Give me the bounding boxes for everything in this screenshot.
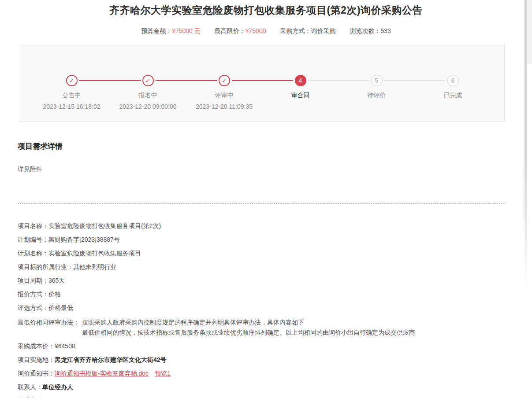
procurement-method-value: 询价采购	[311, 27, 335, 34]
field-value: 黑财购备字[2023]38887号	[48, 236, 120, 243]
field-label: 项目标的所属行业：	[18, 263, 73, 270]
max-price-label: 最高限价：	[215, 27, 246, 34]
step-label: 审合同	[262, 92, 339, 100]
step-circle-4: 4	[295, 75, 306, 86]
step-circle-3: ✓	[219, 75, 230, 86]
step-label: 待评价	[339, 92, 415, 100]
step-label: 公告中	[33, 92, 110, 100]
check-icon: ✓	[145, 77, 150, 84]
field-implementation-site: 项目实施地：黑龙江省齐齐哈尔市建华区文化大街42号	[18, 356, 505, 364]
project-detail-list: 项目名称：实验室危险废物打包收集服务项目(第2次) 计划编号：黑财购备字[202…	[18, 222, 505, 398]
budget-amount: 预算金额：¥75000 元	[141, 27, 201, 35]
view-count: 浏览次数：533	[350, 27, 391, 35]
step-number: 6	[451, 77, 455, 84]
field-label: 计划名称：	[18, 250, 48, 257]
step-completed: 6 已完成	[415, 75, 491, 110]
field-value: ¥64500	[55, 343, 75, 350]
progress-stepper: ✓ 公告中 2023-12-15 16:18:02 ✓ 报名中 2023-12-…	[20, 45, 505, 122]
step-date: 2023-12-15 16:18:02	[33, 103, 110, 110]
step-label: 已完成	[415, 92, 491, 100]
budget-amount-label: 预算金额：	[141, 27, 172, 34]
field-industry: 项目标的所属行业：其他未列明行业	[18, 263, 505, 271]
field-value: 价格最低	[48, 304, 73, 311]
field-value-multiline: 按照采购人政府采购内控制度规定的程序确定并列明具体评审办法，具体内容如下 最低价…	[82, 317, 415, 338]
field-value: 单位经办人	[42, 383, 73, 391]
max-price-value: ¥75000	[246, 27, 266, 34]
step-circle-5: 5	[371, 75, 383, 86]
field-value: 价格	[48, 291, 61, 298]
view-count-value: 533	[380, 27, 391, 34]
field-value-line-2: 最低价相同的情况，按技术指标或售后服务条款或业绩优劣顺序排列确定。以上均相同的由…	[82, 328, 415, 338]
procurement-method: 采购方式：询价采购	[280, 27, 335, 35]
field-inquiry-notice: 询价通知书：询价通知书模版-实验室废弃物.doc预览1	[18, 369, 505, 378]
check-icon: ✓	[222, 77, 227, 84]
step-circle-2: ✓	[142, 75, 154, 86]
field-quote-method: 报价方式：价格	[18, 290, 505, 298]
inquiry-notice-doc-link[interactable]: 询价通知书模版-实验室废弃物.doc	[55, 370, 149, 377]
field-label: 项目实施地：	[18, 356, 55, 363]
field-label: 评选方式：	[18, 304, 48, 311]
step-number: 4	[299, 77, 302, 84]
procurement-method-label: 采购方式：	[280, 27, 311, 34]
field-label: 报价方式：	[18, 291, 48, 298]
view-count-label: 浏览次数：	[350, 27, 380, 34]
section-heading-project-requirements: 项目需求详情	[18, 141, 532, 151]
field-label: 项目名称：	[18, 222, 48, 229]
field-value-line-1: 按照采购人政府采购内控制度规定的程序确定并列明具体评审办法，具体内容如下	[82, 317, 415, 328]
field-selection-method: 评选方式：价格最低	[18, 304, 505, 312]
budget-amount-value: ¥75000 元	[172, 27, 201, 34]
field-label: 计划编号：	[18, 236, 48, 243]
step-circle-6: 6	[447, 75, 459, 86]
see-attachment-note: 详见附件	[18, 166, 532, 173]
field-project-period: 项目周期：365天	[18, 276, 505, 285]
preview-link[interactable]: 预览1	[155, 370, 171, 377]
scrollbar-thumb[interactable]	[525, 0, 527, 288]
field-project-name: 项目名称：实验室危险废物打包收集服务项目(第2次)	[18, 222, 505, 230]
field-plan-name: 计划名称：实验室危险废物打包收集服务项目	[18, 249, 505, 258]
scrollbar-track	[527, 0, 532, 64]
field-label: 项目周期：	[18, 277, 48, 284]
step-label: 评审中	[186, 92, 262, 100]
step-date: 2023-12-20 11:09:35	[186, 103, 262, 110]
field-contact-person: 联系人：单位经办人	[18, 383, 505, 391]
summary-bar: 预算金额：¥75000 元 最高限价：¥75000 采购方式：询价采购 浏览次数…	[0, 27, 532, 35]
step-date: 2023-12-20 09:00:00	[110, 103, 186, 110]
field-value: 实验室危险废物打包收集服务项目	[48, 250, 141, 257]
dashed-divider	[18, 203, 505, 204]
step-label: 报名中	[110, 92, 186, 100]
field-purchase-cost: 采购成本价：¥64500	[18, 342, 505, 350]
field-value: 其他未列明行业	[73, 263, 116, 270]
field-value: 黑龙江省齐齐哈尔市建华区文化大街42号	[55, 356, 167, 363]
step-circle-1: ✓	[66, 75, 78, 86]
page-title: 齐齐哈尔大学实验室危险废物打包收集服务项目(第2次)询价采购公告	[0, 0, 532, 17]
field-label: 采购成本价：	[18, 343, 55, 350]
field-tie-break-rule: 最低价相同评审办法： 按照采购人政府采购内控制度规定的程序确定并列明具体评审办法…	[18, 317, 505, 338]
field-value: 365天	[48, 277, 65, 284]
field-plan-number: 计划编号：黑财购备字[2023]38887号	[18, 236, 505, 244]
field-label: 询价通知书：	[18, 370, 55, 377]
check-icon: ✓	[69, 77, 74, 84]
field-label: 联系人：	[18, 383, 42, 391]
max-price: 最高限价：¥75000	[215, 27, 266, 35]
step-number: 5	[375, 77, 379, 84]
field-value: 实验室危险废物打包收集服务项目(第2次)	[48, 222, 161, 229]
field-label: 最低价相同评审办法：	[18, 317, 79, 338]
